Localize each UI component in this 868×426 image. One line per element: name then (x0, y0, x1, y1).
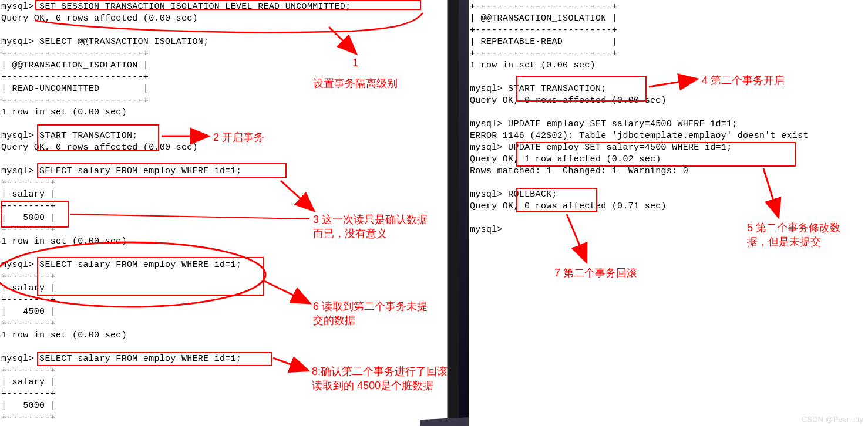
terminal-right-text: +-------------------------+ | @@TRANSACT… (469, 1, 868, 236)
watermark: CSDN @Peanutty (802, 415, 863, 424)
terminal-left-text: mysql> SET SESSION TRANSACTION ISOLATION… (0, 1, 447, 424)
terminal-left[interactable]: mysql> SET SESSION TRANSACTION ISOLATION… (0, 0, 448, 426)
terminal-right[interactable]: +-------------------------+ | @@TRANSACT… (469, 0, 868, 426)
